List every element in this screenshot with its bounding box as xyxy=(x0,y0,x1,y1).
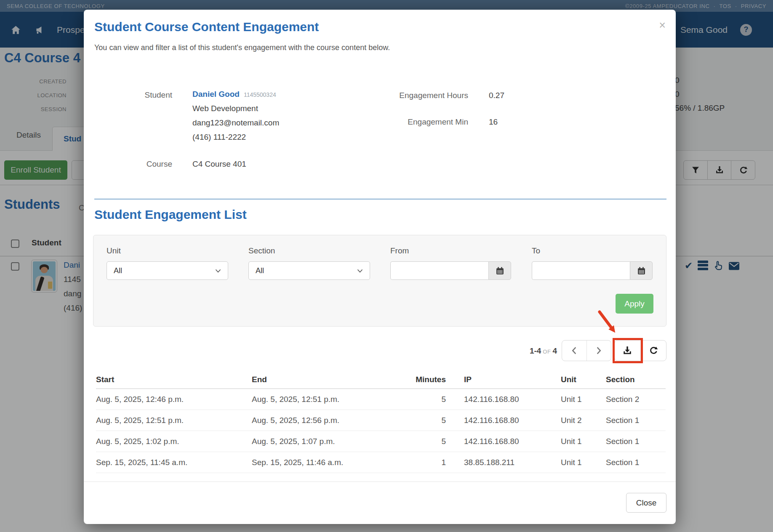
download-icon xyxy=(622,346,632,356)
section-label: Section xyxy=(248,246,275,255)
to-calendar-button[interactable] xyxy=(630,261,653,280)
cell-minutes: 5 xyxy=(408,410,448,431)
cell-start: Sep. 15, 2025, 11:45 a.m. xyxy=(96,452,252,473)
student-program: Web Development xyxy=(192,104,258,113)
student-name-row: Daniel Good1145500324 xyxy=(192,90,276,99)
to-label: To xyxy=(532,246,540,255)
cell-end: Aug. 5, 2025, 12:51 p.m. xyxy=(252,389,408,410)
engagement-list-heading: Student Engagement List xyxy=(94,207,247,222)
col-header-minutes: Minutes xyxy=(408,371,448,388)
col-header-ip: IP xyxy=(448,371,561,388)
prev-page-button[interactable] xyxy=(562,340,586,361)
chevron-right-icon xyxy=(596,346,602,355)
cell-section: Section 1 xyxy=(606,410,666,431)
modal-title: Student Course Content Engagement xyxy=(94,20,319,34)
table-row: Aug. 5, 2025, 12:46 p.m. Aug. 5, 2025, 1… xyxy=(96,389,666,410)
cell-start: Aug. 5, 2025, 12:51 p.m. xyxy=(96,410,252,431)
from-label: From xyxy=(390,246,409,255)
chevron-down-icon xyxy=(357,269,363,273)
cell-section: Section 1 xyxy=(606,452,666,473)
unit-select[interactable]: All xyxy=(107,261,228,280)
engagement-min-label: Engagement Min xyxy=(363,117,468,127)
cell-unit: Unit 1 xyxy=(561,452,606,473)
to-date-group xyxy=(532,261,653,280)
modal-subtitle: You can view and filter a list of this s… xyxy=(94,43,390,52)
cell-unit: Unit 1 xyxy=(561,431,606,452)
engagement-min-value: 16 xyxy=(489,117,498,127)
engagement-hours-label: Engagement Hours xyxy=(363,91,468,100)
next-page-button[interactable] xyxy=(586,340,611,361)
calendar-icon xyxy=(496,267,504,275)
cell-start: Aug. 5, 2025, 1:02 p.m. xyxy=(96,431,252,452)
pagination-of: OF xyxy=(543,348,551,355)
engagement-modal: × Student Course Content Engagement You … xyxy=(84,10,676,524)
student-profile-link[interactable]: Daniel Good xyxy=(192,90,240,98)
cell-unit: Unit 1 xyxy=(561,389,606,410)
refresh-icon xyxy=(649,346,658,355)
col-header-start: Start xyxy=(96,371,252,388)
engagement-table: Start End Minutes IP Unit Section Aug. 5… xyxy=(96,371,666,473)
screen: SEMA COLLEGE OF TECHNOLOGY ©2009-25 AMPE… xyxy=(0,0,773,532)
cell-minutes: 5 xyxy=(408,389,448,410)
pagination-total: 4 xyxy=(552,346,557,355)
cell-end: Aug. 5, 2025, 12:56 p.m. xyxy=(252,410,408,431)
apply-button[interactable]: Apply xyxy=(616,294,653,314)
col-header-unit: Unit xyxy=(561,371,606,388)
cell-minutes: 5 xyxy=(408,431,448,452)
pagination-nav xyxy=(562,340,611,361)
annotation-arrow xyxy=(595,309,621,339)
cell-start: Aug. 5, 2025, 12:46 p.m. xyxy=(96,389,252,410)
cell-section: Section 2 xyxy=(606,389,666,410)
refresh-list-button[interactable] xyxy=(640,340,666,361)
col-header-section: Section xyxy=(606,371,666,388)
chevron-down-icon xyxy=(215,269,221,273)
cell-unit: Unit 2 xyxy=(561,410,606,431)
section-select[interactable]: All xyxy=(248,261,370,280)
table-row: Aug. 5, 2025, 1:02 p.m. Aug. 5, 2025, 1:… xyxy=(96,431,666,452)
student-email: dang123@notemail.com xyxy=(192,118,279,128)
engagement-table-header: Start End Minutes IP Unit Section xyxy=(96,371,666,389)
cell-end: Sep. 15, 2025, 11:46 a.m. xyxy=(252,452,408,473)
student-phone: (416) 111-2222 xyxy=(192,133,246,142)
cell-section: Section 1 xyxy=(606,431,666,452)
from-date-input[interactable] xyxy=(390,261,488,280)
course-value: C4 Course 401 xyxy=(192,160,246,169)
cell-minutes: 1 xyxy=(408,452,448,473)
unit-label: Unit xyxy=(107,246,121,255)
table-row: Sep. 15, 2025, 11:45 a.m. Sep. 15, 2025,… xyxy=(96,452,666,473)
engagement-hours-value: 0.27 xyxy=(489,91,504,100)
pagination-range: 1-4 xyxy=(530,346,541,355)
cell-ip: 38.85.188.211 xyxy=(448,452,561,473)
section-select-value: All xyxy=(256,266,264,275)
export-download-button[interactable] xyxy=(615,340,640,361)
table-row: Aug. 5, 2025, 12:51 p.m. Aug. 5, 2025, 1… xyxy=(96,410,666,431)
chevron-left-icon xyxy=(571,346,577,355)
unit-select-value: All xyxy=(114,266,122,275)
calendar-icon xyxy=(637,267,645,275)
pagination-count: 1-4OF4 xyxy=(496,346,557,356)
student-label: Student xyxy=(109,90,172,100)
cell-ip: 142.116.168.80 xyxy=(448,410,561,431)
modal-footer-divider xyxy=(84,481,676,482)
close-button[interactable]: Close xyxy=(626,493,666,513)
course-label: Course xyxy=(109,160,172,169)
close-icon[interactable]: × xyxy=(659,20,666,31)
filter-panel: Unit Section From To All All xyxy=(93,235,666,327)
from-date-group xyxy=(390,261,511,280)
cell-ip: 142.116.168.80 xyxy=(448,389,561,410)
from-calendar-button[interactable] xyxy=(488,261,511,280)
to-date-input[interactable] xyxy=(532,261,630,280)
cell-end: Aug. 5, 2025, 1:07 p.m. xyxy=(252,431,408,452)
blue-divider xyxy=(94,199,666,200)
student-id: 1145500324 xyxy=(244,91,276,98)
cell-ip: 142.116.168.80 xyxy=(448,431,561,452)
pagination-tools xyxy=(614,340,666,361)
col-header-end: End xyxy=(252,371,408,388)
